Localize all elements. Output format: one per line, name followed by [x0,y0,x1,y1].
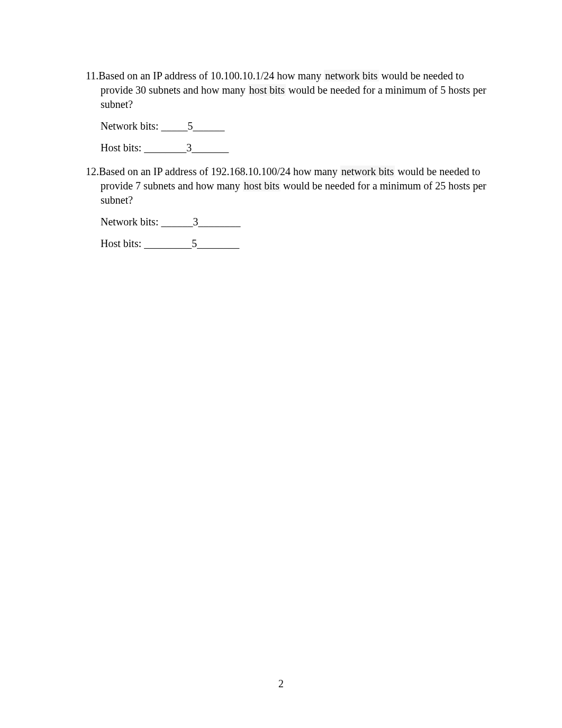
question-number: 12. [86,166,99,177]
highlight-host-bits: host bits [248,84,286,96]
answer-label: Network bits: _____ [101,120,187,132]
question-11-text: 11.Based on an IP address of 10.100.10.1… [71,69,491,112]
answer-value: 3 [193,216,198,228]
answer-host-bits: Host bits: _________5________ [71,236,491,251]
answer-value: 5 [192,238,197,249]
highlight-host-bits: host bits [243,180,280,192]
highlight-network-bits: network bits [324,70,378,81]
page-number: 2 [0,678,562,690]
answer-label: Host bits: ________ [101,142,186,153]
answer-network-bits: Network bits: ______3________ [71,215,491,229]
answer-suffix: ______ [193,120,224,132]
question-text-part: Based on an IP address of 10.100.10.1/24… [98,70,324,81]
answer-value: 3 [186,142,192,153]
highlight-network-bits: network bits [340,166,395,177]
answer-suffix: _______ [192,142,229,153]
answer-suffix: ________ [198,216,240,228]
answer-suffix: ________ [197,238,239,249]
question-number: 11. [86,70,98,81]
answer-value: 5 [187,120,193,132]
answer-label: Host bits: _________ [101,238,192,249]
answer-network-bits: Network bits: _____5______ [71,119,491,133]
question-11: 11.Based on an IP address of 10.100.10.1… [71,69,491,155]
question-12: 12.Based on an IP address of 192.168.10.… [71,165,491,251]
question-text-part: Based on an IP address of 192.168.10.100… [99,166,340,177]
answer-label: Network bits: ______ [101,216,193,228]
question-12-text: 12.Based on an IP address of 192.168.10.… [71,165,491,207]
answer-host-bits: Host bits: ________3_______ [71,141,491,155]
